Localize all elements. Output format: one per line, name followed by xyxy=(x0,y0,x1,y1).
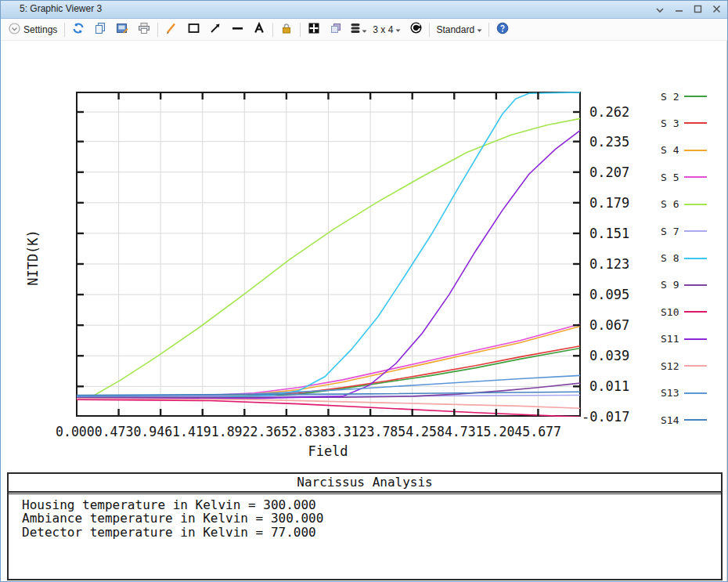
x-tick-labels: 0.0000.4730.9461.4191.8922.3652.8383.312… xyxy=(56,424,561,439)
y-tick-label: 0.123 xyxy=(589,256,629,272)
legend-label: S12 xyxy=(661,360,679,372)
y-tick-label: 0.235 xyxy=(589,134,629,150)
legend-swatch xyxy=(684,419,707,421)
legend-item: S 3 xyxy=(661,117,707,129)
line-icon xyxy=(231,22,244,38)
toolbar-separator xyxy=(300,23,301,37)
help-button[interactable] xyxy=(492,21,514,38)
y-tick-label: 0.039 xyxy=(589,348,629,363)
draw-pencil-button[interactable] xyxy=(160,21,182,38)
legend-item: S 6 xyxy=(661,198,707,211)
legend-label: S 5 xyxy=(661,172,679,183)
grid-size-label: 3 x 4 xyxy=(373,24,393,35)
legend-item: S 7 xyxy=(661,225,707,237)
titlebar-menu-button[interactable] xyxy=(654,3,666,16)
graphics-stack-icon xyxy=(349,22,362,38)
graphics-stack-button[interactable] xyxy=(347,21,369,38)
legend-label: S13 xyxy=(661,387,679,399)
print-icon xyxy=(138,22,150,38)
save-image-icon xyxy=(116,22,128,38)
refresh-icon xyxy=(72,22,85,38)
legend-label: S10 xyxy=(661,306,679,318)
legend-swatch xyxy=(684,311,707,313)
legend-label: S 7 xyxy=(661,226,679,237)
toolbar: Settings 3 x 4 Standard xyxy=(1,19,727,41)
analysis-panel: Narcissus Analysis Housing temperature i… xyxy=(7,472,723,580)
refresh-button[interactable] xyxy=(67,21,89,38)
layers-button[interactable] xyxy=(325,21,347,38)
rectangle-icon xyxy=(187,22,200,38)
legend-swatch xyxy=(684,365,707,367)
settings-button[interactable]: Settings xyxy=(4,23,62,37)
titlebar[interactable]: 5: Graphic Viewer 3 xyxy=(1,1,727,19)
analysis-line: Detector temperature in Kelvin = 77.000 xyxy=(22,526,721,539)
legend-label: S 8 xyxy=(661,252,679,264)
maximize-button[interactable] xyxy=(691,3,704,16)
legend-label: S 2 xyxy=(661,91,679,103)
y-tick-label: 0.262 xyxy=(589,104,629,120)
style-dropdown[interactable]: Standard xyxy=(432,24,486,35)
legend-item: S14 xyxy=(661,414,707,426)
maximize-icon xyxy=(694,2,702,16)
legend-swatch xyxy=(684,284,707,286)
draw-rectangle-button[interactable] xyxy=(182,21,204,38)
legend-label: S 9 xyxy=(661,279,679,291)
draw-line-button[interactable] xyxy=(226,21,248,38)
help-icon xyxy=(496,22,509,38)
legend-swatch xyxy=(684,96,707,97)
toolbar-separator xyxy=(272,23,273,37)
fit-window-icon xyxy=(308,22,320,38)
arrow-icon xyxy=(209,22,222,38)
toolbar-separator xyxy=(488,23,489,37)
chart-legend: S 2S 3S 4S 5S 6S 7S 8S 9S10S11S12S13S14 xyxy=(661,41,726,479)
legend-item: S 2 xyxy=(661,90,707,103)
legend-swatch xyxy=(684,392,707,394)
grid-size-dropdown[interactable]: 3 x 4 xyxy=(369,24,405,35)
analysis-line: Ambiance temperature in Kelvin = 300.000 xyxy=(22,512,721,525)
save-image-button[interactable] xyxy=(111,21,133,38)
copy-button[interactable] xyxy=(89,21,111,38)
y-tick-label: 0.179 xyxy=(589,195,629,211)
settings-chevron-icon xyxy=(9,23,20,37)
window-title: 5: Graphic Viewer 3 xyxy=(20,1,102,17)
draw-text-button[interactable] xyxy=(248,21,270,38)
legend-label: S14 xyxy=(661,414,679,426)
rotate-icon xyxy=(409,21,423,38)
legend-item: S12 xyxy=(661,360,707,372)
legend-label: S 4 xyxy=(661,144,679,156)
lock-button[interactable] xyxy=(276,21,297,38)
legend-label: S11 xyxy=(661,333,679,345)
legend-item: S13 xyxy=(661,387,707,399)
draw-arrow-button[interactable] xyxy=(204,21,226,38)
chart-canvas: 0.2620.2350.2070.1790.1510.1230.0950.067… xyxy=(1,41,727,582)
layers-icon xyxy=(330,22,342,38)
y-tick-label: -0.017 xyxy=(582,409,629,425)
legend-swatch xyxy=(684,122,707,124)
legend-item: S 9 xyxy=(661,279,707,291)
copy-icon xyxy=(94,22,106,38)
fit-window-button[interactable] xyxy=(303,21,325,38)
legend-label: S 3 xyxy=(661,117,679,129)
y-tick-label: 0.151 xyxy=(589,226,629,241)
text-a-icon xyxy=(253,22,265,38)
close-button[interactable] xyxy=(710,3,723,16)
legend-swatch xyxy=(684,204,707,205)
y-tick-label: 0.095 xyxy=(589,287,629,302)
y-axis-title: NITD(K) xyxy=(25,230,41,286)
legend-swatch xyxy=(684,150,707,151)
toolbar-separator xyxy=(157,23,158,37)
analysis-title: Narcissus Analysis xyxy=(9,474,721,493)
print-button[interactable] xyxy=(133,21,155,38)
toolbar-separator xyxy=(64,23,65,37)
rotate-button[interactable] xyxy=(405,21,427,38)
legend-swatch xyxy=(684,230,707,232)
toolbar-separator xyxy=(429,23,430,37)
legend-item: S 8 xyxy=(661,252,707,265)
lock-icon xyxy=(280,22,293,38)
analysis-line: Housing temperature in Kelvin = 300.000 xyxy=(22,498,721,512)
caret-down-icon xyxy=(477,24,482,35)
style-label: Standard xyxy=(436,24,474,35)
minimize-icon xyxy=(675,2,683,16)
minimize-button[interactable] xyxy=(672,3,685,16)
analysis-body: Housing temperature in Kelvin = 300.000 … xyxy=(9,493,721,539)
